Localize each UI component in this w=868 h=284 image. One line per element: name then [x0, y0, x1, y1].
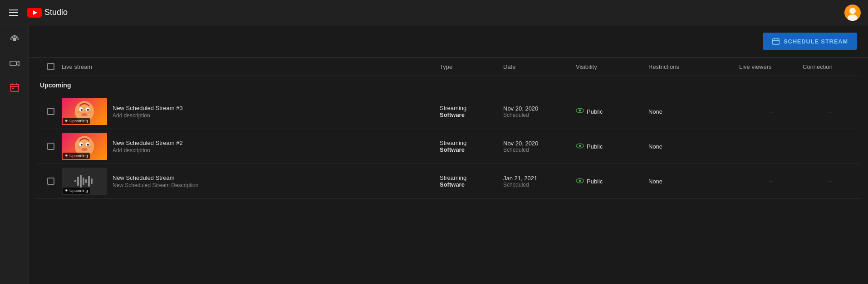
svg-rect-13 [773, 39, 780, 44]
row3-thumbnail[interactable]: Upcoming [62, 168, 107, 195]
svg-point-28 [579, 110, 581, 112]
row2-restrictions: None [648, 143, 739, 150]
table-row: Upcoming New Scheduled Stream New Schedu… [36, 164, 861, 199]
svg-point-22 [81, 113, 88, 116]
eye-icon [576, 142, 584, 151]
svg-point-6 [13, 38, 16, 41]
svg-point-20 [81, 109, 83, 111]
header-right [844, 5, 861, 21]
svg-point-33 [87, 144, 89, 145]
row3-stream-info: Upcoming New Scheduled Stream New Schedu… [62, 168, 440, 195]
row1-thumbnail[interactable]: Upcoming [62, 98, 107, 125]
content-topbar: SCHEDULE STREAM [29, 25, 868, 58]
row1-stream-info: Upcoming New Scheduled Stream #3 Add des… [62, 98, 440, 125]
svg-point-32 [81, 144, 83, 145]
row2-thumbnail[interactable]: Upcoming [62, 133, 107, 160]
row3-date: Jan 21, 2021 Scheduled [503, 175, 576, 188]
header-left: Studio [7, 8, 68, 18]
main-layout: SCHEDULE STREAM Live stream Type Date [0, 25, 868, 284]
row3-desc: New Scheduled Stream Description [113, 182, 198, 188]
sidebar-item-schedule[interactable] [0, 77, 29, 99]
table-row: Upcoming New Scheduled Stream #3 Add des… [36, 94, 861, 129]
svg-point-23 [77, 111, 81, 113]
col-live-stream: Live stream [62, 63, 440, 70]
svg-rect-40 [74, 180, 76, 182]
svg-point-35 [77, 146, 81, 148]
avatar[interactable] [844, 5, 861, 21]
row2-checkbox[interactable] [47, 143, 54, 150]
section-upcoming-label: Upcoming [36, 76, 861, 94]
col-visibility: Visibility [576, 63, 648, 70]
row1-connection: – [803, 108, 857, 115]
schedule-btn-label: SCHEDULE STREAM [784, 38, 848, 45]
col-live-viewers: Live viewers [739, 63, 803, 70]
waveform-icon [74, 173, 95, 189]
row2-date: Nov 20, 2020 Scheduled [503, 140, 576, 153]
row3-connection: – [803, 178, 857, 185]
svg-point-49 [579, 179, 581, 182]
svg-rect-43 [83, 178, 84, 185]
row1-desc: Add description [113, 112, 183, 119]
svg-point-47 [65, 190, 67, 191]
row2-visibility: Public [576, 142, 648, 151]
row1-title: New Scheduled Stream #3 [113, 105, 183, 111]
svg-point-34 [81, 148, 88, 151]
upcoming-badge-row1: Upcoming [63, 118, 90, 124]
row3-visibility: Public [576, 177, 648, 186]
row1-visibility: Public [576, 106, 648, 116]
upcoming-badge-row3: Upcoming [63, 188, 90, 194]
sidebar-item-live[interactable] [0, 29, 29, 51]
row1-checkbox[interactable] [47, 108, 54, 115]
svg-point-26 [65, 120, 67, 121]
row1-viewers: – [739, 108, 803, 115]
col-restrictions: Restrictions [648, 63, 739, 70]
select-all-checkbox[interactable] [47, 63, 54, 70]
row2-desc: Add description [113, 147, 183, 154]
svg-point-3 [849, 8, 856, 14]
sidebar-item-camera[interactable] [0, 53, 29, 75]
svg-rect-45 [88, 176, 90, 187]
row2-type: Streaming Software [440, 140, 503, 153]
upcoming-badge-row2: Upcoming [63, 153, 90, 159]
studio-label: Studio [44, 8, 68, 17]
svg-point-21 [87, 109, 89, 111]
svg-point-24 [88, 111, 92, 113]
row2-connection: – [803, 143, 857, 150]
row2-title: New Scheduled Stream #2 [113, 140, 183, 146]
schedule-btn-icon [772, 37, 780, 45]
camera-icon [10, 58, 20, 70]
row2-stream-info: Upcoming New Scheduled Stream #2 Add des… [62, 133, 440, 160]
svg-rect-12 [12, 88, 14, 89]
row3-checkbox[interactable] [47, 178, 54, 185]
svg-rect-41 [77, 177, 79, 186]
sidebar [0, 25, 29, 284]
logo: Studio [27, 8, 68, 18]
header: Studio [0, 0, 868, 25]
row1-restrictions: None [648, 108, 739, 115]
svg-rect-7 [10, 61, 16, 66]
youtube-logo-icon [27, 8, 42, 18]
schedule-stream-button[interactable]: SCHEDULE STREAM [763, 33, 857, 50]
broadcast-small-icon [64, 119, 68, 123]
col-type: Type [440, 63, 503, 70]
table-header: Live stream Type Date Visibility Restric… [36, 58, 861, 76]
eye-icon [576, 106, 584, 116]
content-area: SCHEDULE STREAM Live stream Type Date [29, 25, 868, 284]
row3-restrictions: None [648, 178, 739, 185]
hamburger-menu[interactable] [7, 8, 20, 18]
row2-viewers: – [739, 143, 803, 150]
table-row: Upcoming New Scheduled Stream #2 Add des… [36, 129, 861, 164]
svg-point-37 [65, 155, 67, 156]
row3-viewers: – [739, 178, 803, 185]
row1-type: Streaming Software [440, 105, 503, 118]
streams-table: Live stream Type Date Visibility Restric… [29, 58, 868, 199]
broadcast-small3-icon [64, 189, 68, 193]
row3-type: Streaming Software [440, 174, 503, 188]
col-connection: Connection [803, 63, 857, 70]
svg-rect-8 [10, 84, 19, 91]
svg-point-36 [88, 146, 92, 148]
svg-rect-42 [80, 175, 82, 188]
svg-point-39 [579, 144, 581, 147]
live-icon [10, 34, 20, 46]
row1-date: Nov 20, 2020 Scheduled [503, 105, 576, 118]
